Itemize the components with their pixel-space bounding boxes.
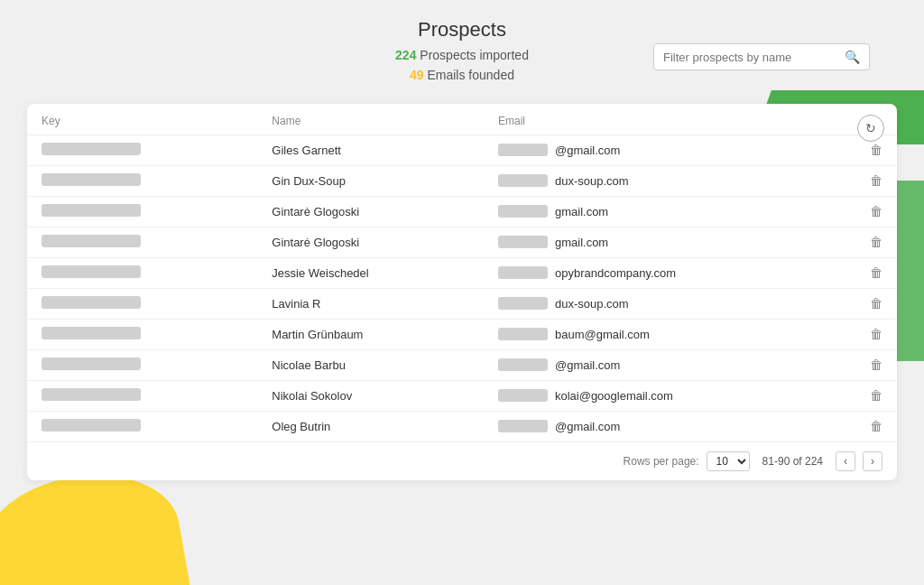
prospects-label: Prospects imported <box>420 48 529 62</box>
search-icon: 🔍 <box>845 50 860 64</box>
delete-button[interactable]: 🗑 <box>870 327 882 341</box>
delete-cell: 🗑 <box>855 257 897 288</box>
key-cell <box>27 380 257 411</box>
name-cell: Oleg Butrin <box>257 411 484 441</box>
name-cell: Martin Grünbaum <box>257 319 484 349</box>
key-cell <box>27 411 257 441</box>
search-input[interactable] <box>663 51 845 64</box>
delete-cell: 🗑 <box>855 411 897 441</box>
email-cell: baum@gmail.com <box>484 319 855 349</box>
search-area: 🔍 <box>653 43 870 70</box>
email-suffix: @gmail.com <box>555 144 620 157</box>
delete-cell: 🗑 <box>855 319 897 349</box>
email-cell: dux-soup.com <box>484 288 855 319</box>
delete-cell: 🗑 <box>855 380 897 411</box>
email-placeholder <box>498 297 548 310</box>
email-suffix: baum@gmail.com <box>555 328 650 341</box>
email-suffix: @gmail.com <box>555 358 620 372</box>
key-placeholder <box>42 296 141 309</box>
key-placeholder <box>42 143 141 155</box>
key-cell <box>27 227 257 257</box>
name-cell: Gintarė Glogoski <box>257 227 484 257</box>
delete-cell: 🗑 <box>855 196 897 227</box>
pagination-next-button[interactable]: › <box>863 451 882 471</box>
emails-label: Emails founded <box>427 68 514 82</box>
table-container: ↻ Key Name Email Giles Garnett@gmail.com… <box>27 104 897 480</box>
table-row: Martin Grünbaumbaum@gmail.com🗑 <box>27 319 897 349</box>
refresh-button[interactable]: ↻ <box>857 115 884 142</box>
email-cell: @gmail.com <box>484 349 855 380</box>
delete-cell: 🗑 <box>855 288 897 319</box>
key-placeholder <box>42 173 141 186</box>
delete-button[interactable]: 🗑 <box>870 235 882 249</box>
delete-button[interactable]: 🗑 <box>870 419 882 433</box>
email-placeholder <box>498 266 548 279</box>
key-cell <box>27 257 257 288</box>
name-cell: Jessie Weischedel <box>257 257 484 288</box>
table-row: Gintarė Glogoskigmail.com🗑 <box>27 227 897 257</box>
key-placeholder <box>42 327 141 339</box>
pagination-prev-button[interactable]: ‹ <box>836 451 855 471</box>
email-placeholder <box>498 236 548 248</box>
table-row: Giles Garnett@gmail.com🗑 <box>27 135 897 165</box>
name-cell: Gintarė Glogoski <box>257 196 484 227</box>
email-cell: opybrandcompany.com <box>484 257 855 288</box>
pagination: Rows per page: 10 25 50 81-90 of 224 ‹ › <box>27 441 897 480</box>
table-row: Lavinia Rdux-soup.com🗑 <box>27 288 897 319</box>
table-row: Gin Dux-Soupdux-soup.com🗑 <box>27 165 897 196</box>
delete-button[interactable]: 🗑 <box>870 358 882 372</box>
delete-cell: 🗑 <box>855 349 897 380</box>
page-title: Prospects <box>0 18 924 42</box>
table-row: Oleg Butrin@gmail.com🗑 <box>27 411 897 441</box>
delete-button[interactable]: 🗑 <box>870 388 882 403</box>
email-suffix: dux-soup.com <box>555 174 629 188</box>
delete-button[interactable]: 🗑 <box>870 296 882 311</box>
key-placeholder <box>42 419 141 432</box>
table-header-row: Key Name Email <box>27 104 897 135</box>
rows-per-page-select[interactable]: 10 25 50 <box>707 451 750 471</box>
email-cell: gmail.com <box>484 196 855 227</box>
key-placeholder <box>42 388 141 401</box>
col-key: Key <box>27 104 257 135</box>
table-row: Nicolae Barbu@gmail.com🗑 <box>27 349 897 380</box>
email-cell: @gmail.com <box>484 135 855 165</box>
email-suffix: opybrandcompany.com <box>555 266 676 280</box>
table-row: Nikolai Sokolovkolai@googlemail.com🗑 <box>27 380 897 411</box>
email-suffix: dux-soup.com <box>555 297 629 311</box>
prospects-table: Key Name Email Giles Garnett@gmail.com🗑G… <box>27 104 897 441</box>
email-suffix: gmail.com <box>555 205 608 218</box>
delete-button[interactable]: 🗑 <box>870 143 882 157</box>
email-cell: @gmail.com <box>484 411 855 441</box>
prospects-count: 224 <box>395 48 416 62</box>
delete-button[interactable]: 🗑 <box>870 204 882 218</box>
key-cell <box>27 135 257 165</box>
delete-cell: 🗑 <box>855 227 897 257</box>
key-placeholder <box>42 235 141 247</box>
delete-button[interactable]: 🗑 <box>870 265 882 280</box>
email-suffix: @gmail.com <box>555 420 620 433</box>
rows-per-page-label: Rows per page: <box>624 455 699 468</box>
email-cell: dux-soup.com <box>484 165 855 196</box>
name-cell: Nicolae Barbu <box>257 349 484 380</box>
email-placeholder <box>498 420 548 432</box>
email-placeholder <box>498 144 548 156</box>
key-cell <box>27 196 257 227</box>
delete-button[interactable]: 🗑 <box>870 173 882 188</box>
search-box: 🔍 <box>653 43 870 70</box>
emails-count: 49 <box>410 68 424 82</box>
email-cell: kolai@googlemail.com <box>484 380 855 411</box>
key-cell <box>27 165 257 196</box>
email-placeholder <box>498 389 548 402</box>
email-suffix: gmail.com <box>555 236 608 249</box>
key-placeholder <box>42 204 141 217</box>
email-placeholder <box>498 174 548 187</box>
key-placeholder <box>42 358 141 370</box>
delete-cell: 🗑 <box>855 165 897 196</box>
key-cell <box>27 319 257 349</box>
email-placeholder <box>498 205 548 218</box>
name-cell: Nikolai Sokolov <box>257 380 484 411</box>
name-cell: Gin Dux-Soup <box>257 165 484 196</box>
name-cell: Giles Garnett <box>257 135 484 165</box>
main-content: ↻ Key Name Email Giles Garnett@gmail.com… <box>0 95 924 489</box>
email-placeholder <box>498 328 548 340</box>
